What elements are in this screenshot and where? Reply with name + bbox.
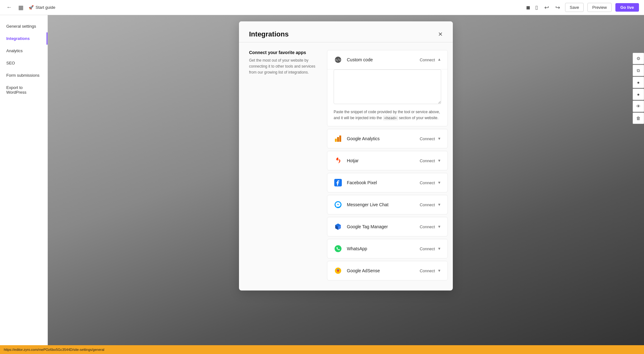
modal-close-button[interactable]: ✕: [438, 31, 443, 38]
chevron-down-icon: ▼: [437, 158, 441, 163]
integrations-modal: Integrations ✕ Connect your favorite app…: [239, 21, 453, 290]
sidebar: General settings Integrations Analytics …: [0, 15, 48, 345]
connect-button-hotjar[interactable]: Connect: [420, 158, 435, 163]
integration-header-facebook-pixel[interactable]: Facebook Pixel Connect ▼: [327, 173, 447, 192]
chevron-down-icon: ▼: [437, 136, 441, 141]
mobile-view-button[interactable]: ▯: [534, 3, 539, 12]
modal-header: Integrations ✕: [239, 21, 453, 42]
connect-button-google-analytics[interactable]: Connect: [420, 136, 435, 141]
chevron-down-icon: ▼: [437, 224, 441, 229]
connect-button-google-tag-manager[interactable]: Connect: [420, 224, 435, 229]
sidebar-item-label: Export to WordPress: [6, 85, 26, 95]
chevron-down-icon: ▼: [437, 202, 441, 207]
integration-item-hotjar: Hotjar Connect ▼: [327, 151, 448, 170]
svg-point-7: [335, 245, 341, 252]
integration-right: Connect ▼: [420, 268, 441, 273]
code-hint: Paste the snippet of code provided by th…: [334, 109, 441, 121]
facebook-pixel-icon: [334, 178, 342, 187]
integration-name-whatsapp: WhatsApp: [347, 246, 367, 251]
integrations-list: </> Custom code Connect ▼: [327, 50, 453, 283]
integration-item-messenger-live-chat: Messenger Live Chat Connect ▼: [327, 195, 448, 214]
custom-code-textarea[interactable]: [334, 69, 441, 104]
layout-button[interactable]: ▦: [17, 3, 25, 12]
integration-name-messenger-live-chat: Messenger Live Chat: [347, 202, 388, 207]
integration-left: Google Analytics: [334, 134, 380, 143]
sidebar-item-label: Form submissions: [6, 73, 39, 78]
sidebar-item-analytics[interactable]: Analytics: [0, 45, 47, 57]
sidebar-item-label: SEO: [6, 61, 15, 65]
main-layout: General settings Integrations Analytics …: [0, 15, 644, 345]
chevron-down-icon: ▼: [437, 246, 441, 251]
integration-left: Google Tag Manager: [334, 222, 388, 231]
chevron-up-icon: ▼: [437, 58, 441, 62]
integration-right: Connect ▼: [420, 224, 441, 229]
connect-button-whatsapp[interactable]: Connect: [420, 246, 435, 251]
connect-button-custom-code[interactable]: Connect: [420, 58, 435, 62]
chevron-down-icon: ▼: [437, 180, 441, 185]
integration-right: Connect ▼: [420, 246, 441, 251]
integration-header-hotjar[interactable]: Hotjar Connect ▼: [327, 151, 447, 170]
description-text: Get the most out of your website by conn…: [249, 58, 317, 76]
integration-header-messenger-live-chat[interactable]: Messenger Live Chat Connect ▼: [327, 195, 447, 214]
undo-button[interactable]: ↩: [543, 3, 550, 12]
integration-item-google-tag-manager: Google Tag Manager Connect ▼: [327, 217, 448, 236]
integration-header-google-tag-manager[interactable]: Google Tag Manager Connect ▼: [327, 217, 447, 236]
integration-item-whatsapp: WhatsApp Connect ▼: [327, 239, 448, 258]
integration-right: Connect ▼: [420, 136, 441, 141]
golive-button[interactable]: Go live: [615, 3, 639, 12]
integration-header-google-analytics[interactable]: Google Analytics Connect ▼: [327, 129, 447, 148]
integration-right: Connect ▼: [420, 180, 441, 185]
start-guide-button[interactable]: 🚀 Start guide: [29, 5, 55, 10]
statusbar-url: https://editor.zyro.com/mePOz6bo5Gc3544D…: [4, 348, 104, 351]
desktop-view-button[interactable]: ◼: [525, 3, 531, 12]
back-button[interactable]: ←: [5, 3, 13, 12]
canvas-area: ⚙ ⧉ ● ● 👁 🗑 Integrations ✕ Connect your …: [48, 15, 644, 345]
sidebar-item-seo[interactable]: SEO: [0, 57, 47, 69]
integration-left: Facebook Pixel: [334, 178, 377, 187]
rocket-icon: 🚀: [29, 5, 34, 10]
modal-title: Integrations: [249, 30, 289, 38]
custom-code-expanded: Paste the snippet of code provided by th…: [327, 69, 447, 126]
integration-left: Google AdSense: [334, 266, 380, 275]
integration-name-hotjar: Hotjar: [347, 158, 358, 163]
integration-right: Connect ▼: [420, 58, 441, 62]
integration-header-google-adsense[interactable]: Google AdSense Connect ▼: [327, 261, 447, 280]
modal-overlay: Integrations ✕ Connect your favorite app…: [48, 15, 644, 345]
google-adsense-icon: [334, 266, 342, 275]
integration-header-whatsapp[interactable]: WhatsApp Connect ▼: [327, 239, 447, 258]
device-icons: ◼ ▯: [525, 3, 539, 12]
integration-left: </> Custom code: [334, 55, 373, 64]
integration-name-google-tag-manager: Google Tag Manager: [347, 224, 388, 229]
chevron-down-icon: ▼: [437, 268, 441, 273]
integration-name-facebook-pixel: Facebook Pixel: [347, 180, 377, 185]
start-guide-label: Start guide: [36, 5, 55, 10]
hotjar-icon: [334, 156, 342, 165]
svg-rect-3: [337, 137, 339, 142]
sidebar-item-export-to-wordpress[interactable]: Export to WordPress: [0, 81, 47, 98]
sidebar-item-form-submissions[interactable]: Form submissions: [0, 69, 47, 81]
integration-left: WhatsApp: [334, 244, 367, 253]
topbar: ← ▦ 🚀 Start guide ◼ ▯ ↩ ↪ Save Preview G…: [0, 0, 644, 15]
svg-text:</>: </>: [335, 58, 341, 62]
preview-button[interactable]: Preview: [587, 3, 611, 12]
topbar-right: ◼ ▯ ↩ ↪ Save Preview Go live: [525, 3, 639, 12]
messenger-icon: [334, 200, 342, 209]
connect-button-google-adsense[interactable]: Connect: [420, 268, 435, 273]
sidebar-item-label: General settings: [6, 24, 36, 29]
integration-right: Connect ▼: [420, 202, 441, 207]
connect-button-facebook-pixel[interactable]: Connect: [420, 180, 435, 185]
integration-name-google-adsense: Google AdSense: [347, 268, 380, 273]
save-button[interactable]: Save: [565, 3, 584, 12]
description-title: Connect your favorite apps: [249, 50, 317, 55]
integration-item-google-analytics: Google Analytics Connect ▼: [327, 129, 448, 148]
sidebar-item-integrations[interactable]: Integrations: [0, 32, 47, 45]
redo-button[interactable]: ↪: [554, 3, 561, 12]
integration-item-google-adsense: Google AdSense Connect ▼: [327, 261, 448, 280]
integration-header-custom-code[interactable]: </> Custom code Connect ▼: [327, 50, 447, 69]
integration-item-facebook-pixel: Facebook Pixel Connect ▼: [327, 173, 448, 192]
sidebar-item-label: Integrations: [6, 36, 30, 41]
sidebar-item-general-settings[interactable]: General settings: [0, 20, 47, 32]
connect-button-messenger-live-chat[interactable]: Connect: [420, 202, 435, 207]
google-analytics-icon: [334, 134, 342, 143]
integration-item-custom-code: </> Custom code Connect ▼: [327, 50, 448, 126]
